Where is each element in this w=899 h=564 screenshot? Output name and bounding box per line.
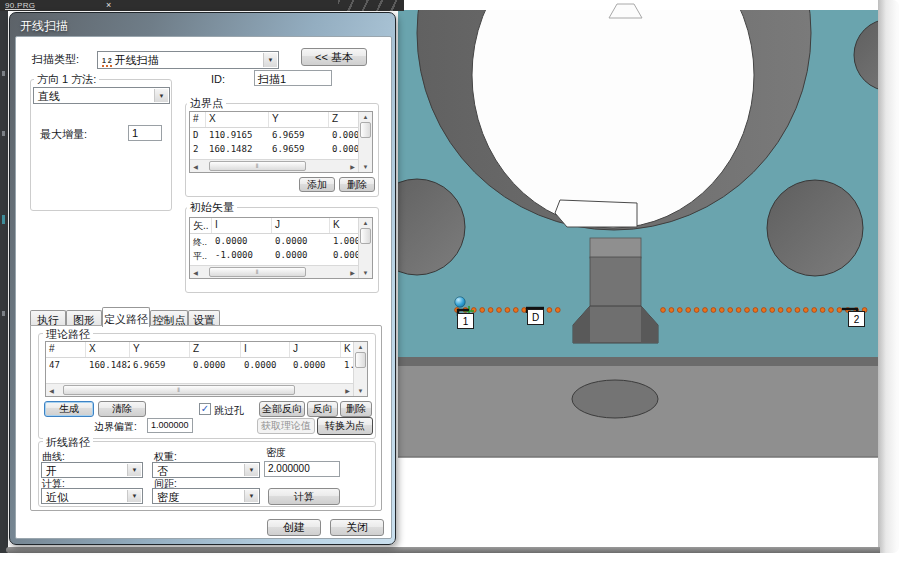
scroll-up-icon[interactable]: ▲: [363, 218, 369, 228]
column-header: Z: [329, 112, 358, 127]
boundary-points-legend: 边界点: [187, 96, 226, 111]
program-tab[interactable]: 90.PRG: [5, 1, 35, 10]
calculate-button[interactable]: 计算: [268, 488, 340, 505]
chevron-down-icon[interactable]: ▼: [263, 53, 277, 67]
probe-wireframe: [609, 4, 642, 18]
tab-graphics[interactable]: 图形: [66, 310, 102, 326]
table-row[interactable]: D 110.9165 6.9659 0.0000: [190, 128, 358, 142]
horizontal-scrollbar[interactable]: ◀ ⦀ ▶: [190, 159, 358, 172]
close-icon[interactable]: ×: [106, 0, 111, 11]
add-button[interactable]: 添加: [299, 177, 335, 192]
max-increment-label: 最大增量:: [40, 127, 87, 142]
tab-execute[interactable]: 执行: [30, 310, 66, 326]
scroll-right-icon[interactable]: ▶: [347, 163, 358, 170]
app-right-edge: [878, 0, 899, 553]
calc-method-select[interactable]: 近似▼: [41, 488, 143, 504]
theoretical-path-table[interactable]: # X Y Z I J K 47 160.1482 6.9659 0.0000 …: [45, 341, 368, 397]
vertical-scrollbar[interactable]: ▲ ▼: [353, 342, 367, 396]
scroll-left-icon[interactable]: ◀: [190, 163, 201, 170]
chevron-down-icon[interactable]: ▼: [127, 490, 141, 502]
boundary-offset-input[interactable]: 1.000000: [147, 418, 193, 433]
column-header: I: [212, 218, 272, 233]
boundary-points-table[interactable]: # X Y Z D 110.9165 6.9659 0.0000 2 160.1…: [189, 111, 373, 173]
close-button[interactable]: 关闭: [330, 519, 384, 536]
tab-settings[interactable]: 设置: [188, 310, 220, 326]
get-theoretical-button: 获取理论值: [257, 418, 315, 434]
basic-toggle-button[interactable]: << 基本: [301, 48, 367, 66]
chevron-down-icon[interactable]: ▼: [244, 490, 258, 502]
open-line-scan-dialog: 开线扫描 扫描类型: 1 2开线扫描 ▼ << 基本 ID: 扫描1 方向 1 …: [9, 12, 396, 545]
direction-method-legend: 方向 1 方法:: [34, 72, 99, 87]
scroll-left-icon[interactable]: ◀: [46, 387, 57, 394]
scan-type-label: 扫描类型:: [32, 52, 79, 67]
scan-marker-d[interactable]: D: [527, 309, 544, 325]
id-input[interactable]: 扫描1: [254, 70, 332, 86]
checkmark-icon: ✓: [201, 404, 209, 414]
table-row[interactable]: 2 160.1482 6.9659 0.0000: [190, 142, 358, 156]
table-row[interactable]: 47 160.1482 6.9659 0.0000 0.0000 0.0000 …: [46, 358, 353, 372]
3d-model-viewport[interactable]: [395, 0, 879, 556]
part-side-edge: [398, 357, 878, 366]
column-header: Y: [130, 342, 190, 357]
scroll-down-icon[interactable]: ▼: [363, 162, 369, 172]
scroll-down-icon[interactable]: ▼: [358, 386, 364, 396]
skip-holes-label: 跳过孔: [214, 404, 244, 418]
chevron-down-icon[interactable]: ▼: [154, 89, 168, 102]
dialog-title: 开线扫描: [20, 18, 68, 35]
weight-select[interactable]: 否▼: [152, 462, 260, 478]
boundary-offset-label: 边界偏置:: [94, 420, 137, 434]
side-hole: [572, 380, 658, 418]
app-bottom-edge: [6, 547, 880, 553]
tab-define-path[interactable]: 定义路径: [102, 307, 150, 327]
hole-right: [767, 180, 863, 276]
vertical-scrollbar[interactable]: ▲ ▼: [358, 218, 372, 278]
density-input[interactable]: 2.000000: [264, 461, 340, 477]
delete-path-button[interactable]: 删除: [340, 401, 372, 417]
scan-marker-1[interactable]: 1: [457, 313, 474, 329]
skip-holes-checkbox[interactable]: ✓: [199, 403, 211, 415]
generate-button[interactable]: 生成: [44, 401, 94, 417]
column-header: J: [272, 218, 330, 233]
scroll-up-icon[interactable]: ▲: [358, 342, 364, 352]
scan-marker-2[interactable]: 2: [848, 311, 865, 327]
clear-button[interactable]: 清除: [98, 401, 146, 417]
reverse-button[interactable]: 反向: [307, 401, 338, 417]
column-header: Z: [190, 342, 241, 357]
scroll-right-icon[interactable]: ▶: [342, 387, 353, 394]
scroll-down-icon[interactable]: ▼: [363, 268, 369, 278]
column-header: #: [46, 342, 86, 357]
column-header: #: [190, 112, 206, 127]
horizontal-scrollbar[interactable]: ◀ ⦀ ▶: [190, 265, 358, 278]
column-header: J: [290, 342, 341, 357]
scroll-left-icon[interactable]: ◀: [190, 269, 201, 276]
max-increment-input[interactable]: 1: [128, 125, 162, 141]
convert-to-points-button[interactable]: 转换为点: [317, 417, 373, 435]
keyway-stem-top: [590, 238, 641, 258]
decor-stripes: [338, 0, 404, 11]
bore-notch: [555, 200, 637, 227]
column-header: K: [341, 342, 353, 357]
column-header: K: [330, 218, 358, 233]
create-button[interactable]: 创建: [267, 519, 321, 536]
column-header: X: [206, 112, 269, 127]
program-tab-bar: [0, 0, 404, 11]
curve-select[interactable]: 开▼: [41, 462, 143, 478]
direction-method-select[interactable]: 直线 ▼: [33, 87, 170, 104]
scroll-right-icon[interactable]: ▶: [347, 269, 358, 276]
reverse-all-button[interactable]: 全部反向: [259, 401, 305, 417]
horizontal-scrollbar[interactable]: ◀ ⦀ ▶: [46, 383, 353, 396]
chevron-down-icon[interactable]: ▼: [127, 464, 141, 476]
delete-boundary-button[interactable]: 删除: [339, 177, 375, 192]
table-row[interactable]: 终.. 0.0000 0.0000 1.0000: [190, 234, 358, 248]
tab-control-points[interactable]: 控制点: [150, 310, 188, 326]
initial-vector-legend: 初始矢量: [187, 200, 237, 215]
spacing-select[interactable]: 密度▼: [152, 488, 260, 504]
scan-start-sphere[interactable]: [455, 297, 465, 307]
initial-vector-table[interactable]: 矢.. I J K 终.. 0.0000 0.0000 1.0000 平.. -…: [189, 217, 373, 279]
chevron-down-icon[interactable]: ▼: [244, 464, 258, 476]
scan-type-select[interactable]: 1 2开线扫描 ▼: [97, 51, 279, 69]
scroll-up-icon[interactable]: ▲: [363, 112, 369, 122]
vertical-scrollbar[interactable]: ▲ ▼: [358, 112, 372, 172]
column-header: 矢..: [190, 218, 212, 233]
table-row[interactable]: 平.. -1.0000 0.0000 0.0000: [190, 248, 358, 262]
